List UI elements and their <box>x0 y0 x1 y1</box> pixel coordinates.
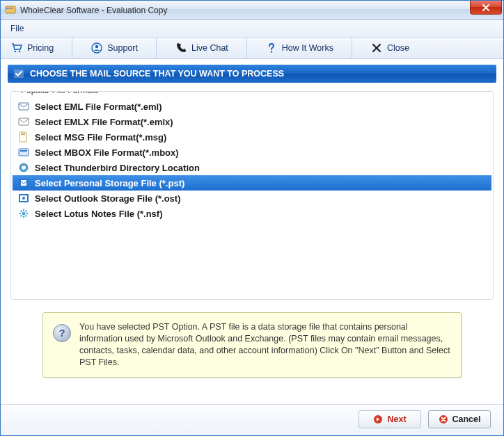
toolbar-howitworks[interactable]: How It Works <box>262 40 336 56</box>
app-icon <box>5 5 16 16</box>
svg-point-6 <box>95 45 98 48</box>
white-panel: Popular File Formats Select EML File For… <box>8 83 496 404</box>
svg-rect-0 <box>6 6 15 13</box>
svg-point-23 <box>19 213 22 215</box>
svg-point-27 <box>20 210 22 212</box>
format-item-0[interactable]: Select EML File Format(*.eml) <box>13 99 491 114</box>
svg-point-29 <box>20 215 22 217</box>
toolbar-howitworks-label: How It Works <box>282 43 333 53</box>
headset-icon <box>90 42 103 54</box>
footer: Next Cancel <box>1 404 503 435</box>
svg-rect-9 <box>19 103 29 110</box>
close-icon <box>370 42 383 54</box>
toolbar-close[interactable]: Close <box>368 40 412 56</box>
svg-rect-10 <box>19 118 29 125</box>
thunderbird-icon <box>18 162 29 173</box>
format-item-1[interactable]: Select EMLX File Format(*.emlx) <box>13 114 491 129</box>
menu-file[interactable]: File <box>6 22 28 35</box>
format-item-label: Select Personal Storage File (*.pst) <box>35 178 184 188</box>
svg-point-22 <box>22 212 26 216</box>
cancel-button-label: Cancel <box>452 414 481 424</box>
next-button[interactable]: Next <box>359 410 421 428</box>
svg-rect-14 <box>20 150 27 152</box>
app-window: WholeClear Software - Evaluation Copy Fi… <box>0 0 504 436</box>
info-text: You have selected PST Option. A PST file… <box>79 321 451 369</box>
window-title: WholeClear Software - Evaluation Copy <box>20 6 167 15</box>
format-item-label: Select Outlook Storage File (*.ost) <box>35 193 180 204</box>
cart-icon <box>10 42 23 54</box>
format-item-label: Select Thunderbird Directory Location <box>35 163 200 173</box>
toolbar-livechat[interactable]: Live Chat <box>172 40 231 56</box>
help-icon: ? <box>53 324 71 342</box>
format-item-label: Select MSG File Format(*.msg) <box>35 132 166 143</box>
svg-point-28 <box>25 210 27 212</box>
toolbar-close-label: Close <box>387 43 409 53</box>
cancel-button[interactable]: Cancel <box>428 410 491 428</box>
svg-point-25 <box>23 209 25 211</box>
arrow-right-icon <box>373 414 383 424</box>
toolbar-pricing-label: Pricing <box>27 43 54 53</box>
svg-point-7 <box>271 51 272 52</box>
pst-icon <box>18 177 29 188</box>
svg-point-21 <box>22 197 25 200</box>
ost-icon <box>18 193 29 204</box>
phone-icon <box>175 42 187 54</box>
format-item-5[interactable]: Select Personal Storage File (*.pst) <box>13 175 491 191</box>
titlebar: WholeClear Software - Evaluation Copy <box>1 1 503 20</box>
toolbar-livechat-label: Live Chat <box>191 43 228 53</box>
nsf-icon <box>18 208 29 219</box>
info-box: ? You have selected PST Option. A PST fi… <box>42 312 462 378</box>
mbox-icon <box>18 147 29 158</box>
content-area: CHOOSE THE MAIL SOURCE THAT YOU WANT TO … <box>1 59 503 404</box>
next-button-label: Next <box>387 414 406 424</box>
question-icon <box>265 42 278 54</box>
format-item-2[interactable]: Select MSG File Format(*.msg) <box>13 129 491 145</box>
eml-icon <box>18 101 29 112</box>
svg-rect-17 <box>23 163 24 166</box>
toolbar-pricing[interactable]: Pricing <box>8 40 56 56</box>
svg-point-4 <box>19 51 21 53</box>
format-item-label: Select EMLX File Format(*.emlx) <box>35 117 173 127</box>
window-close-button[interactable] <box>470 1 502 15</box>
svg-point-26 <box>23 216 25 218</box>
select-icon <box>13 68 24 79</box>
svg-rect-2 <box>10 8 13 9</box>
format-list: Select EML File Format(*.eml)Select EMLX… <box>11 92 493 223</box>
svg-point-24 <box>26 213 29 215</box>
menubar: File <box>1 20 503 38</box>
heading-text: CHOOSE THE MAIL SOURCE THAT YOU WANT TO … <box>30 69 284 79</box>
format-item-4[interactable]: Select Thunderbird Directory Location <box>13 160 491 175</box>
format-item-3[interactable]: Select MBOX File Format(*.mbox) <box>13 145 491 160</box>
format-item-label: Select Lotus Notes File (*.nsf) <box>35 209 162 219</box>
toolbar-support-label: Support <box>107 43 138 53</box>
svg-rect-12 <box>21 134 25 135</box>
heading-bar: CHOOSE THE MAIL SOURCE THAT YOU WANT TO … <box>8 65 496 83</box>
format-item-7[interactable]: Select Lotus Notes File (*.nsf) <box>13 206 491 221</box>
toolbar-support[interactable]: Support <box>88 40 141 56</box>
cancel-icon <box>439 414 448 424</box>
format-item-label: Select MBOX File Format(*.mbox) <box>35 147 179 158</box>
svg-rect-1 <box>6 8 9 9</box>
svg-point-30 <box>25 215 27 217</box>
format-item-label: Select EML File Format(*.eml) <box>35 102 162 112</box>
format-item-6[interactable]: Select Outlook Storage File (*.ost) <box>13 191 491 206</box>
svg-rect-13 <box>19 149 29 156</box>
svg-point-3 <box>15 51 17 53</box>
formats-groupbox: Popular File Formats Select EML File For… <box>10 91 494 300</box>
emlx-icon <box>18 116 29 127</box>
msg-icon <box>18 131 29 143</box>
toolbar: Pricing Support Live Chat How It Works C… <box>1 38 503 59</box>
groupbox-legend: Popular File Formats <box>18 91 101 95</box>
